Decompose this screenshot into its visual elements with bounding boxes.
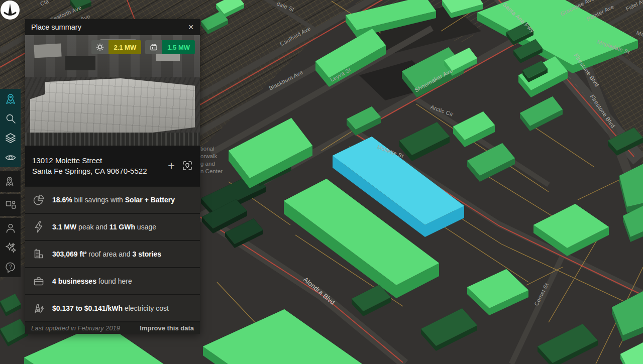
help-bubble-icon: ?	[5, 261, 17, 273]
place-summary-panel: Place summary ✕ 2.1 MW	[25, 19, 200, 334]
sidebar-group-map-tools	[0, 89, 21, 167]
power-tower-icon	[32, 302, 45, 315]
app-logo[interactable]	[1, 1, 20, 20]
app-window: Seaforth Ave Cla Ave dale St Caulfield A…	[0, 0, 643, 364]
address-line1: 13012 Molette Street	[32, 155, 147, 166]
solar-capacity-badge[interactable]: 2.1 MW	[91, 40, 141, 54]
map-pin-area-icon	[5, 93, 17, 105]
sidebar-item-portfolio[interactable]	[0, 195, 21, 215]
sidebar-item-search[interactable]	[0, 108, 21, 128]
focus-pin-icon	[182, 160, 193, 171]
last-updated-text: Last updated in February 2019	[31, 324, 120, 332]
battery-capacity-value: 1.5 MW	[162, 40, 195, 54]
stat-businesses: 4 businesses found here	[25, 267, 200, 294]
sun-icon	[91, 40, 109, 54]
poi-label-line: orwalk	[200, 153, 217, 159]
poi-label-line: tional	[200, 146, 215, 152]
panel-footer: Last updated in February 2019 Improve th…	[25, 321, 200, 334]
sidebar-item-help[interactable]: ?	[0, 258, 21, 277]
search-icon	[5, 112, 17, 125]
battery-capacity-badge[interactable]: 1.5 MW	[145, 40, 195, 54]
stat-peak-usage: 3.1 MW peak and 11 GWh usage	[25, 213, 200, 240]
address-block: 13012 Molette Street Santa Fe Springs, C…	[25, 146, 200, 186]
person-icon	[5, 222, 17, 234]
sidebar-group-portfolio	[0, 194, 21, 216]
building-icon	[32, 248, 45, 261]
stat-electricity-cost: $0.137 to $0.141/kWh electricity cost	[25, 294, 200, 321]
map-pins-icon	[5, 175, 17, 187]
improve-data-link[interactable]: Improve this data	[140, 324, 194, 332]
blocks-icon	[5, 199, 17, 211]
svg-text:?: ?	[9, 264, 12, 270]
sidebar-item-places[interactable]	[0, 172, 21, 191]
sidebar-item-layers[interactable]	[0, 128, 21, 148]
panel-title: Place summary	[31, 23, 81, 31]
sidebar-group-account: ?	[0, 218, 21, 277]
capacity-badges: 2.1 MW 1.5 MW	[91, 40, 195, 54]
close-button[interactable]: ✕	[188, 24, 194, 31]
lightning-icon	[32, 220, 45, 233]
poi-label-line: n Center	[200, 168, 223, 174]
poi-label-line: g and	[200, 161, 215, 167]
satellite-parking-row	[25, 133, 200, 146]
sidebar-group-places	[0, 171, 21, 192]
satellite-image: 2.1 MW 1.5 MW	[25, 35, 200, 146]
layers-icon	[5, 132, 17, 144]
sidebar-item-explore[interactable]	[0, 89, 21, 108]
sidebar-item-visibility[interactable]	[0, 148, 21, 167]
briefcase-icon	[32, 275, 45, 288]
pie-chart-icon	[32, 193, 45, 206]
sidebar-item-assistant[interactable]	[0, 237, 21, 257]
panel-header: Place summary ✕	[25, 19, 200, 35]
add-to-portfolio-button[interactable]: +	[168, 160, 175, 172]
battery-icon	[145, 40, 162, 54]
solar-capacity-value: 2.1 MW	[109, 40, 141, 54]
stat-bill-savings: 18.6% bill savings with Solar + Battery	[25, 186, 200, 213]
sparkles-icon	[5, 241, 17, 254]
sidebar-item-account[interactable]	[0, 218, 21, 237]
locate-building-button[interactable]	[182, 160, 193, 171]
eye-icon	[5, 152, 17, 164]
logo-monument-icon	[1, 1, 20, 20]
address-line2: Santa Fe Springs, CA 90670-5522	[32, 166, 147, 176]
stat-roof-area: 303,069 ft² roof area and 3 stories	[25, 240, 200, 267]
